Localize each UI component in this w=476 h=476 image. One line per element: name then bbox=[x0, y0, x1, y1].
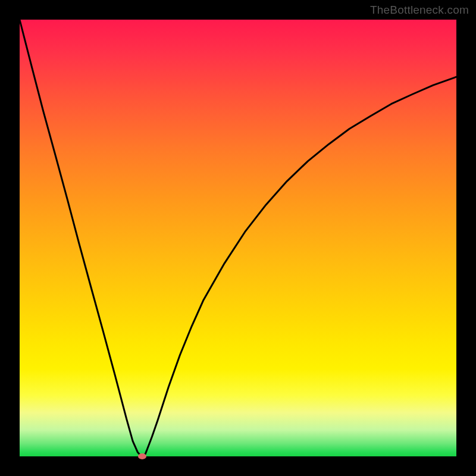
bottleneck-curve bbox=[20, 20, 456, 456]
plot-area bbox=[20, 20, 456, 456]
watermark-text: TheBottleneck.com bbox=[370, 4, 469, 17]
curve-path bbox=[20, 20, 456, 456]
chart-frame: TheBottleneck.com bbox=[0, 0, 476, 476]
minimum-marker bbox=[138, 453, 146, 459]
